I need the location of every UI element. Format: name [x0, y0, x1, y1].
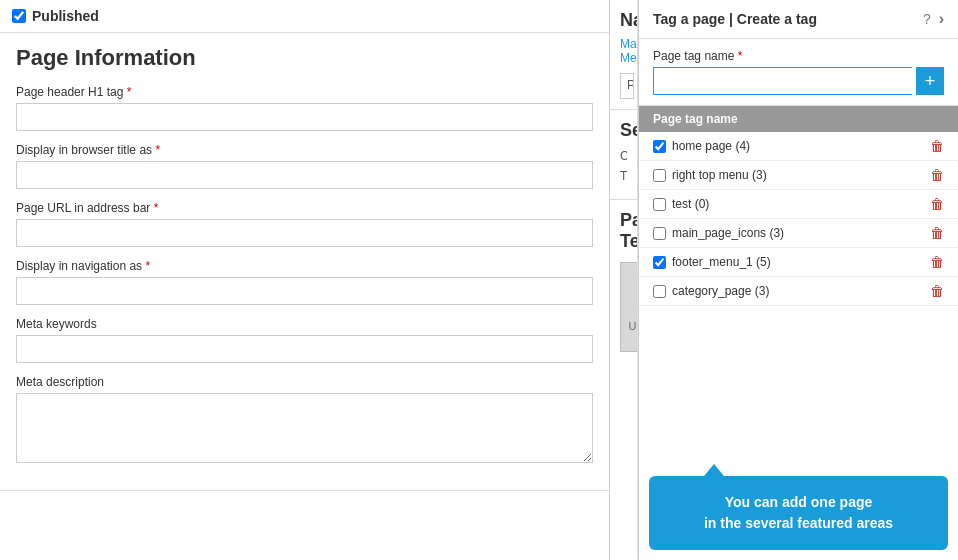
tag-panel-actions: ? › [923, 10, 944, 28]
nav-display-group: Display in navigation as * [16, 259, 593, 305]
tag-item-name: home page (4) [672, 139, 930, 153]
settings-title: Settings [620, 120, 627, 141]
browser-title-label: Display in browser title as * [16, 143, 593, 157]
tag-delete-button[interactable]: 🗑 [930, 283, 944, 299]
nav-display-label: Display in navigation as * [16, 259, 593, 273]
tag-panel: Tag a page | Create a tag ? › Page tag n… [638, 0, 958, 560]
h1-tag-group: Page header H1 tag * [16, 85, 593, 131]
meta-keywords-input[interactable] [16, 335, 593, 363]
tag-panel-header: Tag a page | Create a tag ? › [639, 0, 958, 39]
tag-item-name: footer_menu_1 (5) [672, 255, 930, 269]
tag-panel-title: Tag a page | Create a tag [653, 11, 817, 27]
tag-list-item: main_page_icons (3)🗑 [639, 219, 958, 248]
tag-name-field: Page tag name * + [639, 39, 958, 106]
tag-name-input[interactable] [653, 67, 912, 95]
published-label: Published [32, 8, 99, 24]
middle-panel: Navigation Main Menu Please select me...… [610, 0, 638, 560]
tag-list-item: home page (4)🗑 [639, 132, 958, 161]
published-checkbox[interactable] [12, 9, 26, 23]
tag-checkbox[interactable] [653, 140, 666, 153]
current-template-field: Current template [620, 149, 627, 163]
tag-list-item: footer_menu_1 (5)🗑 [639, 248, 958, 277]
page-teaser-section: Page Teaser ⇧ Upload an image [610, 200, 637, 362]
page-info-title: Page Information [16, 45, 593, 71]
tag-delete-button[interactable]: 🗑 [930, 254, 944, 270]
tag-delete-button[interactable]: 🗑 [930, 225, 944, 241]
nav-display-input[interactable] [16, 277, 593, 305]
tag-list-item: right top menu (3)🗑 [639, 161, 958, 190]
navigation-section: Navigation Main Menu Please select me... [610, 0, 637, 110]
browser-title-input[interactable] [16, 161, 593, 189]
tag-checkbox[interactable] [653, 198, 666, 211]
tag-list-header: Page tag name [639, 106, 958, 132]
tag-item-name: category_page (3) [672, 284, 930, 298]
browser-title-group: Display in browser title as * [16, 143, 593, 189]
tag-item-name: test (0) [672, 197, 930, 211]
tag-list-item: category_page (3)🗑 [639, 277, 958, 306]
tag-delete-button[interactable]: 🗑 [930, 138, 944, 154]
tag-list: home page (4)🗑right top menu (3)🗑test (0… [639, 132, 958, 466]
tag-add-button[interactable]: + [916, 67, 944, 95]
tooltip-balloon: You can add one pagein the several featu… [649, 476, 948, 550]
meta-description-label: Meta description [16, 375, 593, 389]
tag-checkbox[interactable] [653, 256, 666, 269]
page-info-section: Page Information Page header H1 tag * Di… [0, 33, 609, 491]
tag-name-input-row: + [653, 67, 944, 95]
meta-description-textarea[interactable] [16, 393, 593, 463]
left-panel: Published Page Information Page header H… [0, 0, 610, 560]
tag-close-button[interactable]: › [939, 10, 944, 28]
page-teaser-title: Page Teaser [620, 210, 627, 252]
h1-tag-input[interactable] [16, 103, 593, 131]
meta-keywords-label: Meta keywords [16, 317, 593, 331]
upload-image-box[interactable]: ⇧ Upload an image [620, 262, 638, 352]
this-page-is-field: This page is [620, 169, 627, 183]
h1-tag-label: Page header H1 tag * [16, 85, 593, 99]
tag-help-button[interactable]: ? [923, 11, 931, 27]
tag-checkbox[interactable] [653, 285, 666, 298]
url-input[interactable] [16, 219, 593, 247]
url-label: Page URL in address bar * [16, 201, 593, 215]
tooltip-text: You can add one pagein the several featu… [704, 494, 893, 531]
upload-text: Upload an image [628, 320, 638, 332]
tag-item-name: right top menu (3) [672, 168, 930, 182]
tag-name-label: Page tag name * [653, 49, 944, 63]
tag-item-name: main_page_icons (3) [672, 226, 930, 240]
meta-keywords-group: Meta keywords [16, 317, 593, 363]
tag-checkbox[interactable] [653, 169, 666, 182]
main-menu-link[interactable]: Main Menu [620, 37, 627, 65]
tag-list-item: test (0)🗑 [639, 190, 958, 219]
tag-checkbox[interactable] [653, 227, 666, 240]
url-group: Page URL in address bar * [16, 201, 593, 247]
settings-section: Settings Current template This page is [610, 110, 637, 200]
tag-delete-button[interactable]: 🗑 [930, 167, 944, 183]
tag-delete-button[interactable]: 🗑 [930, 196, 944, 212]
published-bar: Published [0, 0, 609, 33]
meta-description-group: Meta description [16, 375, 593, 466]
navigation-title: Navigation [620, 10, 627, 31]
nav-select-placeholder[interactable]: Please select me... [620, 73, 634, 99]
